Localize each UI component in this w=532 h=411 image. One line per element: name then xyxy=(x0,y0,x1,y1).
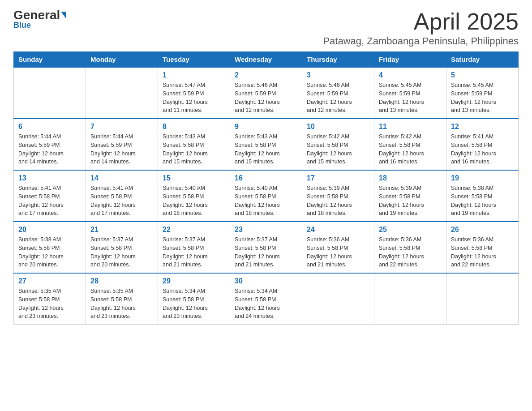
day-info: Sunrise: 5:45 AMSunset: 5:59 PMDaylight:… xyxy=(451,81,514,115)
week-row-3: 13Sunrise: 5:41 AMSunset: 5:58 PMDayligh… xyxy=(14,170,519,222)
day-info: Sunrise: 5:37 AMSunset: 5:58 PMDaylight:… xyxy=(163,235,225,269)
day-info: Sunrise: 5:40 AMSunset: 5:58 PMDaylight:… xyxy=(235,184,297,218)
day-info: Sunrise: 5:35 AMSunset: 5:58 PMDaylight:… xyxy=(18,287,81,321)
location-title: Patawag, Zamboanga Peninsula, Philippine… xyxy=(323,35,519,47)
table-row: 29Sunrise: 5:34 AMSunset: 5:58 PMDayligh… xyxy=(158,273,230,325)
day-number: 9 xyxy=(235,123,297,131)
logo-blue-text: Blue xyxy=(13,21,31,30)
day-number: 24 xyxy=(307,226,369,234)
table-row: 19Sunrise: 5:38 AMSunset: 5:58 PMDayligh… xyxy=(446,170,519,222)
table-row: 8Sunrise: 5:43 AMSunset: 5:58 PMDaylight… xyxy=(158,119,230,170)
day-number: 17 xyxy=(307,174,369,182)
day-info: Sunrise: 5:41 AMSunset: 5:58 PMDaylight:… xyxy=(90,184,153,218)
table-row: 22Sunrise: 5:37 AMSunset: 5:58 PMDayligh… xyxy=(158,222,230,273)
day-number: 21 xyxy=(90,226,153,234)
day-number: 30 xyxy=(235,277,297,285)
table-row: 9Sunrise: 5:43 AMSunset: 5:58 PMDaylight… xyxy=(230,119,302,170)
table-row: 24Sunrise: 5:36 AMSunset: 5:58 PMDayligh… xyxy=(302,222,374,273)
table-row: 28Sunrise: 5:35 AMSunset: 5:58 PMDayligh… xyxy=(86,273,158,325)
col-sunday: Sunday xyxy=(14,52,86,68)
day-info: Sunrise: 5:46 AMSunset: 5:59 PMDaylight:… xyxy=(307,81,369,115)
col-thursday: Thursday xyxy=(302,52,374,68)
day-number: 2 xyxy=(235,71,297,79)
day-info: Sunrise: 5:34 AMSunset: 5:58 PMDaylight:… xyxy=(235,287,297,321)
day-number: 26 xyxy=(451,226,514,234)
logo-triangle-icon xyxy=(61,12,66,19)
day-number: 20 xyxy=(18,226,81,234)
table-row: 30Sunrise: 5:34 AMSunset: 5:58 PMDayligh… xyxy=(230,273,302,325)
table-row xyxy=(302,273,374,325)
table-row: 2Sunrise: 5:46 AMSunset: 5:59 PMDaylight… xyxy=(230,67,302,119)
day-info: Sunrise: 5:42 AMSunset: 5:58 PMDaylight:… xyxy=(307,133,369,166)
day-info: Sunrise: 5:47 AMSunset: 5:59 PMDaylight:… xyxy=(163,81,225,115)
day-number: 4 xyxy=(379,71,442,79)
day-number: 11 xyxy=(379,123,442,131)
day-info: Sunrise: 5:39 AMSunset: 5:58 PMDaylight:… xyxy=(379,184,442,218)
table-row: 3Sunrise: 5:46 AMSunset: 5:59 PMDaylight… xyxy=(302,67,374,119)
table-row: 6Sunrise: 5:44 AMSunset: 5:59 PMDaylight… xyxy=(14,119,86,170)
day-info: Sunrise: 5:43 AMSunset: 5:58 PMDaylight:… xyxy=(163,133,225,166)
week-row-2: 6Sunrise: 5:44 AMSunset: 5:59 PMDaylight… xyxy=(14,119,519,170)
day-info: Sunrise: 5:36 AMSunset: 5:58 PMDaylight:… xyxy=(379,235,442,269)
day-number: 10 xyxy=(307,123,369,131)
day-info: Sunrise: 5:40 AMSunset: 5:58 PMDaylight:… xyxy=(163,184,225,218)
day-info: Sunrise: 5:34 AMSunset: 5:58 PMDaylight:… xyxy=(163,287,225,321)
day-info: Sunrise: 5:39 AMSunset: 5:58 PMDaylight:… xyxy=(307,184,369,218)
day-info: Sunrise: 5:38 AMSunset: 5:58 PMDaylight:… xyxy=(451,184,514,218)
col-tuesday: Tuesday xyxy=(158,52,230,68)
table-row: 10Sunrise: 5:42 AMSunset: 5:58 PMDayligh… xyxy=(302,119,374,170)
week-row-1: 1Sunrise: 5:47 AMSunset: 5:59 PMDaylight… xyxy=(14,67,519,119)
table-row: 20Sunrise: 5:38 AMSunset: 5:58 PMDayligh… xyxy=(14,222,86,273)
day-number: 19 xyxy=(451,174,514,182)
day-info: Sunrise: 5:44 AMSunset: 5:59 PMDaylight:… xyxy=(90,133,153,166)
logo-general-text: General xyxy=(13,9,60,21)
table-row: 18Sunrise: 5:39 AMSunset: 5:58 PMDayligh… xyxy=(374,170,446,222)
table-row xyxy=(14,67,86,119)
day-info: Sunrise: 5:45 AMSunset: 5:59 PMDaylight:… xyxy=(379,81,442,115)
day-number: 15 xyxy=(163,174,225,182)
day-info: Sunrise: 5:44 AMSunset: 5:59 PMDaylight:… xyxy=(18,133,81,166)
day-number: 3 xyxy=(307,71,369,79)
table-row: 5Sunrise: 5:45 AMSunset: 5:59 PMDaylight… xyxy=(446,67,519,119)
col-wednesday: Wednesday xyxy=(230,52,302,68)
table-row: 14Sunrise: 5:41 AMSunset: 5:58 PMDayligh… xyxy=(86,170,158,222)
day-number: 5 xyxy=(451,71,514,79)
table-row: 12Sunrise: 5:41 AMSunset: 5:58 PMDayligh… xyxy=(446,119,519,170)
day-info: Sunrise: 5:37 AMSunset: 5:58 PMDaylight:… xyxy=(235,235,297,269)
day-number: 14 xyxy=(90,174,153,182)
table-row xyxy=(86,67,158,119)
day-number: 29 xyxy=(163,277,225,285)
day-number: 12 xyxy=(451,123,514,131)
day-number: 22 xyxy=(163,226,225,234)
table-row: 26Sunrise: 5:36 AMSunset: 5:58 PMDayligh… xyxy=(446,222,519,273)
day-info: Sunrise: 5:43 AMSunset: 5:58 PMDaylight:… xyxy=(235,133,297,166)
table-row: 17Sunrise: 5:39 AMSunset: 5:58 PMDayligh… xyxy=(302,170,374,222)
table-row: 21Sunrise: 5:37 AMSunset: 5:58 PMDayligh… xyxy=(86,222,158,273)
page-header: General Blue April 2025 Patawag, Zamboan… xyxy=(13,9,519,47)
col-friday: Friday xyxy=(374,52,446,68)
table-row: 23Sunrise: 5:37 AMSunset: 5:58 PMDayligh… xyxy=(230,222,302,273)
week-row-4: 20Sunrise: 5:38 AMSunset: 5:58 PMDayligh… xyxy=(14,222,519,273)
month-title: April 2025 xyxy=(323,9,519,34)
table-row: 16Sunrise: 5:40 AMSunset: 5:58 PMDayligh… xyxy=(230,170,302,222)
day-number: 8 xyxy=(163,123,225,131)
title-area: April 2025 Patawag, Zamboanga Peninsula,… xyxy=(323,9,519,47)
col-saturday: Saturday xyxy=(446,52,519,68)
table-row: 1Sunrise: 5:47 AMSunset: 5:59 PMDaylight… xyxy=(158,67,230,119)
day-number: 6 xyxy=(18,123,81,131)
day-info: Sunrise: 5:41 AMSunset: 5:58 PMDaylight:… xyxy=(451,133,514,166)
table-row: 4Sunrise: 5:45 AMSunset: 5:59 PMDaylight… xyxy=(374,67,446,119)
logo: General Blue xyxy=(13,9,66,30)
day-info: Sunrise: 5:37 AMSunset: 5:58 PMDaylight:… xyxy=(90,235,153,269)
day-number: 18 xyxy=(379,174,442,182)
week-row-5: 27Sunrise: 5:35 AMSunset: 5:58 PMDayligh… xyxy=(14,273,519,325)
calendar-header-row: Sunday Monday Tuesday Wednesday Thursday… xyxy=(14,52,519,68)
table-row: 15Sunrise: 5:40 AMSunset: 5:58 PMDayligh… xyxy=(158,170,230,222)
table-row: 11Sunrise: 5:42 AMSunset: 5:58 PMDayligh… xyxy=(374,119,446,170)
table-row xyxy=(446,273,519,325)
day-info: Sunrise: 5:35 AMSunset: 5:58 PMDaylight:… xyxy=(90,287,153,321)
day-number: 1 xyxy=(163,71,225,79)
day-info: Sunrise: 5:41 AMSunset: 5:58 PMDaylight:… xyxy=(18,184,81,218)
day-number: 16 xyxy=(235,174,297,182)
table-row: 13Sunrise: 5:41 AMSunset: 5:58 PMDayligh… xyxy=(14,170,86,222)
